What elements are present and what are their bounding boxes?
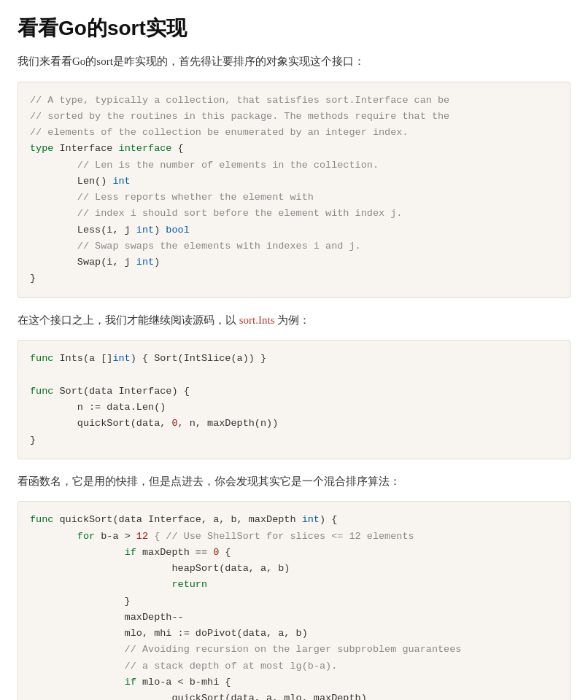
code-block-1: // A type, typically a collection, that … bbox=[18, 82, 570, 298]
code-token-comment: { // Use ShellSort for slices <= 12 elem… bbox=[148, 531, 414, 542]
code-token-kw: for bbox=[77, 531, 95, 542]
code-token-normal: maxDepth == bbox=[136, 547, 213, 558]
code-line: Len() int bbox=[30, 176, 131, 187]
code-token-kw-blue: int bbox=[136, 225, 154, 236]
code-token-normal: ) { Sort(IntSlice(a)) } bbox=[131, 353, 266, 364]
code-token-normal: { bbox=[219, 547, 231, 558]
code-line: if mlo-a < b-mhi { bbox=[30, 677, 231, 688]
code-token-normal: Ints(a [] bbox=[53, 353, 112, 364]
code-token-normal: } bbox=[30, 596, 131, 607]
code-line: if maxDepth == 0 { bbox=[30, 547, 231, 558]
code-token-kw: func bbox=[30, 386, 53, 397]
code-token-comment: // index i should sort before the elemen… bbox=[30, 208, 402, 219]
code-line: // sorted by the routines in this packag… bbox=[30, 111, 449, 122]
code-line: // A type, typically a collection, that … bbox=[30, 95, 449, 106]
code-block-2: func Ints(a []int) { Sort(IntSlice(a)) }… bbox=[18, 340, 570, 459]
code-line: // Len is the number of elements in the … bbox=[30, 160, 379, 171]
code-line: // elements of the collection be enumera… bbox=[30, 127, 408, 138]
code-token-comment: // Avoiding recursion on the larger subp… bbox=[30, 644, 461, 655]
code-token-normal bbox=[30, 547, 125, 558]
code-token-normal: } bbox=[30, 435, 36, 446]
code-token-kw: interface bbox=[119, 143, 172, 154]
code-block-3: func quickSort(data Interface, a, b, max… bbox=[18, 501, 570, 700]
code-line: } bbox=[30, 435, 36, 446]
code-token-comment: // a stack depth of at most lg(b-a). bbox=[30, 661, 337, 672]
code-line: maxDepth-- bbox=[30, 612, 184, 623]
code-token-normal: quickSort(data Interface, a, b, maxDepth bbox=[53, 514, 301, 525]
code-token-normal bbox=[30, 579, 171, 590]
code-token-comment: // Less reports whether the element with bbox=[30, 192, 314, 203]
code-token-kw-blue: int bbox=[112, 353, 130, 364]
code-line: // a stack depth of at most lg(b-a). bbox=[30, 661, 337, 672]
code-line: for b-a > 12 { // Use ShellSort for slic… bbox=[30, 531, 414, 542]
code-token-normal: Sort(data Interface) { bbox=[53, 386, 189, 397]
code-line: type Interface interface { bbox=[30, 143, 184, 154]
code-line: // Less reports whether the element with bbox=[30, 192, 314, 203]
code-line: quickSort(data, 0, n, maxDepth(n)) bbox=[30, 418, 278, 429]
code-line: } bbox=[30, 596, 131, 607]
page-title: 看看Go的sort实现 bbox=[18, 15, 570, 42]
code-token-normal: mlo, mhi := doPivot(data, a, b) bbox=[30, 628, 308, 639]
code-line: } bbox=[30, 273, 36, 284]
code-line: Swap(i, j int) bbox=[30, 257, 160, 268]
code-line: // Swap swaps the elements with indexes … bbox=[30, 241, 361, 252]
code-token-normal bbox=[30, 677, 125, 688]
mid-text-2: 看函数名，它是用的快排，但是点进去，你会发现其实它是一个混合排序算法： bbox=[18, 472, 570, 491]
code-token-normal: n := data.Len() bbox=[30, 402, 166, 413]
code-token-comment: // sorted by the routines in this packag… bbox=[30, 111, 449, 122]
code-line: func Sort(data Interface) { bbox=[30, 386, 190, 397]
code-line: heapSort(data, a, b) bbox=[30, 563, 290, 574]
code-token-comment: // Len is the number of elements in the … bbox=[30, 160, 379, 171]
code-token-normal: maxDepth-- bbox=[30, 612, 184, 623]
code-token-normal: ) bbox=[154, 225, 166, 236]
code-token-normal: Swap(i, j bbox=[30, 257, 136, 268]
code-line: func Ints(a []int) { Sort(IntSlice(a)) } bbox=[30, 353, 266, 364]
code-token-normal: mlo-a < b-mhi { bbox=[136, 677, 231, 688]
code-line: return bbox=[30, 579, 207, 590]
code-token-kw: func bbox=[30, 514, 53, 525]
code-token-normal: { bbox=[171, 143, 183, 154]
code-line: // index i should sort before the elemen… bbox=[30, 208, 402, 219]
code-token-kw-blue: bool bbox=[166, 225, 189, 236]
code-token-kw: if bbox=[125, 547, 136, 558]
code-token-normal bbox=[30, 531, 77, 542]
code-token-kw-blue: int bbox=[112, 176, 130, 187]
sort-ints-link[interactable]: sort.Ints bbox=[239, 314, 275, 326]
code-token-kw: type bbox=[30, 143, 53, 154]
mid-text-1: 在这个接口之上，我们才能继续阅读源码，以 sort.Ints 为例： bbox=[18, 311, 570, 330]
code-token-num: 12 bbox=[136, 531, 148, 542]
code-token-normal: , n, maxDepth(n)) bbox=[178, 418, 279, 429]
code-line: Less(i, j int) bool bbox=[30, 225, 190, 236]
code-token-normal: Interface bbox=[53, 143, 118, 154]
code-token-kw: if bbox=[125, 677, 136, 688]
code-line: mlo, mhi := doPivot(data, a, b) bbox=[30, 628, 308, 639]
mid1-text: 在这个接口之上，我们才能继续阅读源码，以 bbox=[18, 314, 239, 326]
code-token-kw-blue: int bbox=[302, 514, 320, 525]
code-token-normal: quickSort(data, bbox=[30, 418, 171, 429]
code-token-normal: b-a > bbox=[95, 531, 136, 542]
code-token-normal: ) { bbox=[320, 514, 337, 525]
code-token-comment: // Swap swaps the elements with indexes … bbox=[30, 241, 361, 252]
code-line: n := data.Len() bbox=[30, 402, 166, 413]
code-token-comment: // elements of the collection be enumera… bbox=[30, 127, 408, 138]
code-token-kw: return bbox=[171, 579, 207, 590]
code-token-normal: ) bbox=[154, 257, 160, 268]
code-token-normal: Less(i, j bbox=[30, 225, 136, 236]
code-line: quickSort(data, a, mlo, maxDepth) bbox=[30, 693, 367, 700]
code-line: func quickSort(data Interface, a, b, max… bbox=[30, 514, 337, 525]
code-token-num: 0 bbox=[171, 418, 177, 429]
code-token-normal: heapSort(data, a, b) bbox=[30, 563, 290, 574]
code-token-normal: } bbox=[30, 273, 36, 284]
mid1-after-text: 为例： bbox=[275, 314, 311, 326]
code-token-normal: Len() bbox=[30, 176, 112, 187]
code-token-comment: // A type, typically a collection, that … bbox=[30, 95, 449, 106]
code-token-normal: quickSort(data, a, mlo, maxDepth) bbox=[30, 693, 367, 700]
code-token-kw-blue: int bbox=[136, 257, 154, 268]
code-token-kw: func bbox=[30, 353, 53, 364]
code-line: // Avoiding recursion on the larger subp… bbox=[30, 644, 461, 655]
intro-paragraph: 我们来看看Go的sort是咋实现的，首先得让要排序的对象实现这个接口： bbox=[18, 52, 570, 71]
